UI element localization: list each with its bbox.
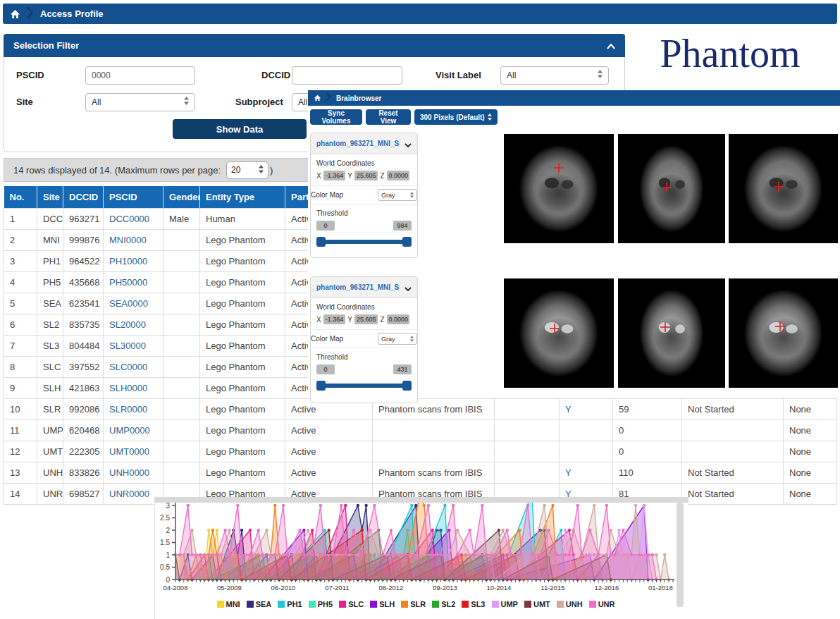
volume-2-select[interactable]: phantom_963271_MNI_SCAN... bbox=[311, 277, 417, 298]
legend-item-UMP[interactable]: UMP bbox=[492, 600, 518, 608]
legend-item-MNI[interactable]: MNI bbox=[217, 600, 240, 608]
table-header-cell[interactable]: No. bbox=[4, 186, 37, 208]
threshold-max-value[interactable]: 984 bbox=[393, 221, 412, 231]
table-header-cell[interactable]: Gender bbox=[163, 186, 200, 208]
legend-item-SLC[interactable]: SLC bbox=[339, 600, 364, 608]
table-cell: PH1 bbox=[37, 250, 63, 271]
color-map-select[interactable]: Gray bbox=[378, 189, 417, 201]
table-link-cell[interactable]: DCC0000 bbox=[104, 208, 163, 229]
home-icon[interactable] bbox=[314, 92, 321, 104]
table-link-cell[interactable]: PH50000 bbox=[104, 271, 163, 293]
threshold-slider-track[interactable] bbox=[318, 384, 410, 388]
table-link-cell[interactable]: Y bbox=[560, 462, 613, 483]
table-header-cell[interactable]: Site bbox=[37, 186, 63, 208]
legend-swatch bbox=[524, 601, 531, 608]
table-header-cell[interactable]: PSCID bbox=[104, 186, 163, 208]
table-header-cell[interactable]: Entity Type bbox=[200, 186, 285, 208]
volume-panel-1: phantom_963271_MNI_SCAN... World Coordin… bbox=[310, 133, 418, 258]
table-cell: Lego Phantom bbox=[200, 314, 285, 335]
table-header-cell[interactable]: DCCID bbox=[63, 186, 104, 208]
table-link-cell[interactable]: UNH0000 bbox=[104, 462, 163, 483]
legend-swatch bbox=[309, 601, 316, 608]
table-cell: Human bbox=[200, 208, 285, 229]
show-data-button[interactable]: Show Data bbox=[173, 119, 307, 139]
table-cell: Active bbox=[285, 419, 373, 441]
mri-canvas-axial-t1[interactable] bbox=[729, 134, 838, 243]
legend-item-UMT[interactable]: UMT bbox=[524, 600, 550, 608]
y-coordinate-value[interactable]: 25.605 bbox=[354, 314, 378, 324]
y-coordinate-value[interactable]: 25.605 bbox=[354, 171, 378, 180]
table-cell: None bbox=[784, 462, 837, 483]
table-cell bbox=[163, 271, 200, 293]
x-coordinate-value[interactable]: -1.364 bbox=[323, 171, 346, 180]
mri-canvas-sagittal-t1[interactable] bbox=[504, 134, 614, 243]
rows-per-page-select[interactable]: 20 bbox=[226, 161, 268, 179]
x-coordinate-value[interactable]: -1.364 bbox=[323, 314, 346, 324]
table-cell: SLC bbox=[37, 356, 63, 377]
table-link-cell[interactable]: PH10000 bbox=[104, 250, 163, 271]
threshold-slider-max-handle[interactable] bbox=[402, 237, 412, 247]
mri-canvas-axial-t2[interactable] bbox=[729, 278, 838, 388]
legend-item-PH5[interactable]: PH5 bbox=[309, 600, 333, 608]
table-link-cell[interactable]: Y bbox=[560, 398, 613, 419]
svg-text:11-2015: 11-2015 bbox=[541, 584, 564, 592]
subproject-label: Subproject bbox=[235, 97, 283, 107]
table-link-cell[interactable]: MNI0000 bbox=[104, 229, 163, 250]
site-select[interactable]: All bbox=[85, 93, 195, 111]
table-cell: UMP bbox=[37, 419, 63, 441]
legend-item-UNH[interactable]: UNH bbox=[557, 600, 583, 608]
threshold-min-value[interactable]: 0 bbox=[316, 221, 335, 231]
color-map-select[interactable]: Gray bbox=[378, 333, 417, 345]
dccid-input[interactable] bbox=[292, 66, 402, 85]
legend-swatch bbox=[557, 601, 564, 608]
threshold-max-value[interactable]: 431 bbox=[393, 364, 412, 374]
table-link-cell[interactable]: SL20000 bbox=[104, 314, 163, 335]
z-coordinate-value[interactable]: 0.0000 bbox=[387, 171, 409, 180]
visit-label-select[interactable]: All bbox=[500, 66, 609, 85]
rows-displayed-text: 14 rows displayed of 14. (Maximum rows p… bbox=[13, 165, 221, 176]
dccid-label: DCCID bbox=[261, 70, 290, 80]
table-link-cell[interactable]: SLR0000 bbox=[104, 398, 163, 419]
threshold-min-value[interactable]: 0 bbox=[316, 364, 335, 374]
table-link-cell[interactable]: SL30000 bbox=[104, 335, 163, 356]
volume-1-select[interactable]: phantom_963271_MNI_SCAN... bbox=[311, 133, 417, 154]
selection-filter-header[interactable]: Selection Filter bbox=[4, 34, 625, 57]
legend-item-SL3[interactable]: SL3 bbox=[462, 600, 485, 608]
pscid-input[interactable]: 0000 bbox=[85, 66, 195, 85]
reset-view-button[interactable]: Reset View bbox=[366, 109, 411, 125]
legend-item-SL2[interactable]: SL2 bbox=[432, 600, 455, 608]
sync-volumes-button[interactable]: Sync Volumes bbox=[310, 109, 362, 125]
breadcrumb[interactable]: Access Profile bbox=[40, 8, 104, 19]
threshold-slider-track[interactable] bbox=[318, 240, 410, 244]
threshold-slider-max-handle[interactable] bbox=[402, 381, 412, 391]
legend-item-SLH[interactable]: SLH bbox=[370, 600, 395, 608]
table-cell: 397552 bbox=[63, 356, 104, 377]
legend-item-UNR[interactable]: UNR bbox=[589, 600, 615, 608]
threshold-slider-min-handle[interactable] bbox=[316, 237, 326, 247]
table-link-cell[interactable]: SLC0000 bbox=[104, 356, 163, 377]
world-coordinates-label: World Coordinates bbox=[316, 159, 412, 167]
legend-item-SEA[interactable]: SEA bbox=[247, 600, 272, 608]
legend-item-PH1[interactable]: PH1 bbox=[278, 600, 302, 608]
select-stepper-icon bbox=[259, 165, 264, 176]
mri-canvas-coronal-t2[interactable] bbox=[618, 278, 725, 388]
panel-size-select[interactable]: 300 Pixels (Default) bbox=[414, 109, 498, 125]
volume-panel-2: phantom_963271_MNI_SCAN... World Coordin… bbox=[310, 276, 418, 403]
threshold-slider-min-handle[interactable] bbox=[316, 381, 326, 391]
home-icon[interactable] bbox=[3, 4, 27, 24]
legend-swatch bbox=[217, 601, 224, 608]
table-link-cell[interactable]: UMT0000 bbox=[104, 441, 163, 462]
table-link-cell[interactable]: SEA0000 bbox=[104, 293, 163, 314]
table-link-cell[interactable]: UMP0000 bbox=[104, 419, 163, 441]
z-coordinate-value[interactable]: 0.0000 bbox=[387, 314, 409, 324]
chart-scrollbar[interactable] bbox=[677, 503, 684, 607]
legend-item-SLR[interactable]: SLR bbox=[401, 600, 426, 608]
table-cell: 964522 bbox=[63, 250, 104, 271]
legend-swatch bbox=[492, 601, 499, 608]
collapse-chevron-up-icon[interactable] bbox=[607, 39, 615, 52]
mri-canvas-sagittal-t2[interactable] bbox=[504, 278, 614, 388]
mri-canvas-coronal-t1[interactable] bbox=[618, 134, 725, 243]
brainbrowser-title[interactable]: Brainbrowser bbox=[336, 94, 381, 102]
table-link-cell[interactable]: SLH0000 bbox=[104, 377, 163, 398]
table-cell: 620468 bbox=[63, 419, 104, 441]
